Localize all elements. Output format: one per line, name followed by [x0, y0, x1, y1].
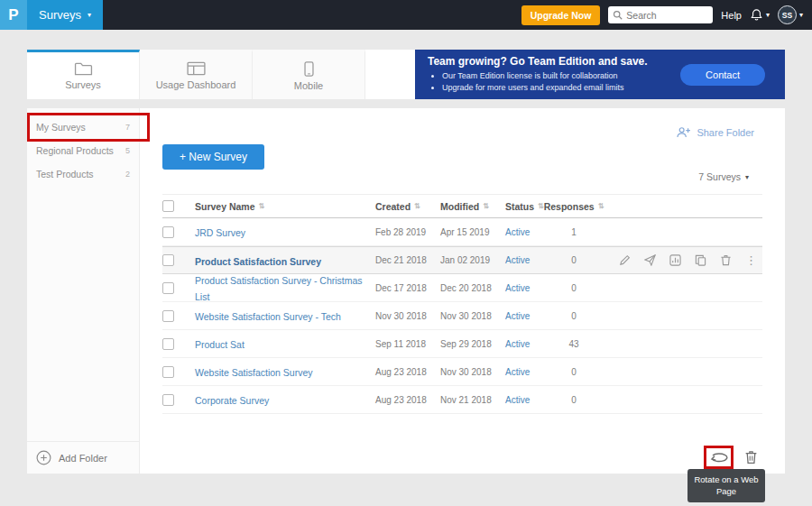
- report-chart-icon[interactable]: [669, 254, 681, 266]
- folder-count-badge: 7: [125, 123, 130, 132]
- table-row[interactable]: Corporate Survey Aug 23 2018 Nov 21 2018…: [162, 386, 762, 414]
- chevron-down-icon: ▾: [745, 173, 749, 181]
- help-link[interactable]: Help: [721, 10, 742, 21]
- more-options-icon[interactable]: ⋮: [745, 254, 757, 266]
- modified-date: Nov 30 2018: [440, 311, 505, 321]
- folder-sidebar: My Surveys 7 Regional Products 5 Test Pr…: [27, 108, 140, 474]
- sort-icon[interactable]: ⇅: [483, 202, 489, 210]
- table-row[interactable]: Product Satisfaction Survey - Christmas …: [162, 274, 762, 302]
- status-badge: Active: [505, 255, 545, 265]
- share-folder-button[interactable]: Share Folder: [676, 126, 754, 138]
- add-folder-button[interactable]: Add Folder: [27, 441, 139, 474]
- delete-icon[interactable]: [720, 254, 732, 266]
- add-folder-label: Add Folder: [59, 453, 107, 464]
- responses-count: 0: [545, 311, 603, 321]
- status-badge: Active: [505, 339, 545, 349]
- row-actions: ⋮: [603, 254, 762, 266]
- new-survey-button[interactable]: + New Survey: [162, 144, 264, 170]
- row-checkbox[interactable]: [162, 282, 174, 294]
- select-all-checkbox[interactable]: [162, 200, 174, 212]
- trash-icon: [744, 450, 758, 465]
- row-checkbox[interactable]: [162, 226, 174, 238]
- folder-count-badge: 2: [125, 170, 130, 179]
- row-checkbox[interactable]: [162, 366, 174, 378]
- account-menu[interactable]: SS ▾: [778, 5, 803, 24]
- table-body: JRD Survey Feb 28 2019 Apr 15 2019 Activ…: [162, 218, 762, 414]
- delete-folder-button[interactable]: [743, 448, 760, 466]
- surveys-count-dropdown[interactable]: 7 Surveys ▾: [698, 171, 749, 182]
- modified-date: Nov 21 2018: [440, 395, 505, 405]
- folder-label: My Surveys: [36, 122, 86, 133]
- table-row[interactable]: Website Satisfaction Survey Aug 23 2018 …: [162, 358, 762, 386]
- send-icon[interactable]: [644, 254, 656, 266]
- survey-name-link[interactable]: Product Satisfaction Survey: [195, 256, 321, 267]
- survey-name-link[interactable]: Product Satisfaction Survey - Christmas …: [195, 275, 363, 302]
- survey-name-link[interactable]: Website Satisfaction Survey: [195, 367, 313, 378]
- row-checkbox[interactable]: [162, 338, 174, 350]
- header-modified: Modified: [440, 201, 479, 212]
- mobile-icon: [304, 61, 314, 77]
- contact-button[interactable]: Contact: [680, 64, 765, 86]
- table-row[interactable]: Website Satisfaction Survey - Tech Nov 3…: [162, 302, 762, 330]
- share-folder-label: Share Folder: [697, 127, 754, 138]
- tab-row: Surveys Usage Dashboard Mobile Team grow…: [27, 50, 785, 99]
- promo-bullets: Our Team Edition license is built for co…: [428, 70, 648, 94]
- header-survey-name: Survey Name: [195, 201, 255, 212]
- survey-name-link[interactable]: Website Satisfaction Survey - Tech: [195, 311, 341, 322]
- responses-count: 0: [545, 367, 603, 377]
- surveys-app-menu[interactable]: Surveys ▾: [27, 0, 103, 30]
- chevron-down-icon: ▾: [88, 11, 91, 19]
- header-created: Created: [375, 201, 411, 212]
- sidebar-folder-item[interactable]: My Surveys 7: [27, 115, 139, 139]
- plus-circle-icon: [36, 450, 51, 465]
- search-box[interactable]: [608, 6, 713, 23]
- sidebar-folder-item[interactable]: Test Products 2: [27, 162, 139, 186]
- app-screen: P Surveys ▾ Upgrade Now Help ▾ SS ▾: [0, 0, 812, 506]
- app-logo[interactable]: P: [0, 0, 27, 30]
- created-date: Nov 30 2018: [375, 311, 440, 321]
- bell-icon: [750, 8, 763, 22]
- table-row[interactable]: Product Sat Sep 11 2018 Sep 29 2018 Acti…: [162, 330, 762, 358]
- surveys-table: Survey Name⇅ Created⇅ Modified⇅ Status⇅ …: [162, 194, 762, 414]
- row-checkbox[interactable]: [162, 254, 174, 266]
- promo-banner: Team growing? Go Team Edition and save. …: [415, 50, 785, 99]
- survey-list-panel: Share Folder + New Survey 7 Surveys ▾ Su…: [140, 108, 785, 474]
- tooltip: Rotate on a Web Page: [687, 469, 765, 502]
- search-input[interactable]: [626, 10, 708, 21]
- survey-name-link[interactable]: Product Sat: [195, 339, 245, 350]
- folder-tools: [707, 448, 760, 466]
- sort-icon[interactable]: ⇅: [414, 202, 420, 210]
- sort-icon[interactable]: ⇅: [598, 202, 604, 210]
- chevron-down-icon: ▾: [766, 11, 770, 19]
- created-date: Feb 28 2019: [375, 227, 440, 237]
- tab-surveys[interactable]: Surveys: [27, 50, 140, 99]
- upgrade-now-button[interactable]: Upgrade Now: [521, 5, 601, 25]
- folder-icon: [74, 61, 93, 76]
- row-checkbox[interactable]: [162, 394, 174, 406]
- copy-icon[interactable]: [695, 254, 706, 266]
- tab-label: Mobile: [294, 80, 323, 91]
- row-checkbox[interactable]: [162, 310, 174, 322]
- created-date: Aug 23 2018: [375, 395, 440, 405]
- avatar: SS: [778, 5, 797, 24]
- sort-icon[interactable]: ⇅: [259, 202, 265, 210]
- table-row[interactable]: JRD Survey Feb 28 2019 Apr 15 2019 Activ…: [162, 218, 762, 246]
- status-badge: Active: [505, 311, 545, 321]
- notifications-menu[interactable]: ▾: [750, 8, 770, 22]
- survey-name-link[interactable]: JRD Survey: [195, 227, 245, 238]
- survey-name-link[interactable]: Corporate Survey: [195, 395, 269, 406]
- rotate-web-page-button[interactable]: [707, 449, 730, 465]
- sidebar-folder-item[interactable]: Regional Products 5: [27, 139, 139, 162]
- tab-usage-dashboard[interactable]: Usage Dashboard: [140, 50, 253, 99]
- created-date: Aug 23 2018: [375, 367, 440, 377]
- tabs: Surveys Usage Dashboard Mobile: [27, 50, 415, 99]
- modified-date: Dec 20 2018: [440, 283, 505, 293]
- modified-date: Jan 02 2019: [440, 255, 505, 265]
- responses-count: 0: [545, 255, 603, 265]
- edit-icon[interactable]: [619, 254, 631, 266]
- folder-label: Test Products: [36, 169, 94, 179]
- status-badge: Active: [505, 227, 545, 237]
- table-row[interactable]: Product Satisfaction Survey Dec 21 2018 …: [162, 246, 762, 274]
- modified-date: Apr 15 2019: [440, 227, 505, 237]
- tab-mobile[interactable]: Mobile: [253, 50, 365, 99]
